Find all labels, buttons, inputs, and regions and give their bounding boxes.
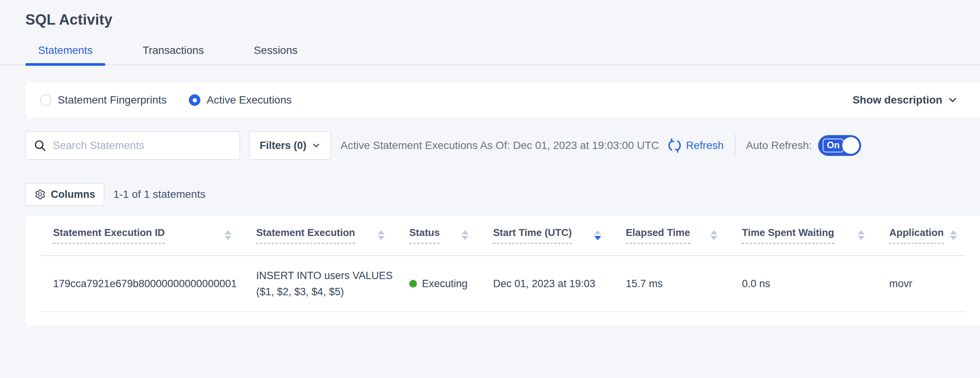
statements-table: Statement Execution ID Statement Executi…: [25, 215, 980, 326]
filters-button[interactable]: Filters (0): [249, 131, 331, 160]
sort-icon[interactable]: [225, 230, 232, 240]
result-count: 1-1 of 1 statements: [113, 188, 206, 201]
column-header-label: Time Spent Waiting: [742, 227, 834, 244]
toggle-state-label: On: [823, 139, 844, 152]
search-box: [25, 131, 240, 160]
show-description-toggle[interactable]: Show description: [853, 94, 958, 106]
view-mode-card: Statement Fingerprints Active Executions…: [25, 82, 980, 118]
sort-icon[interactable]: [950, 230, 957, 240]
view-mode-radio-group: Statement Fingerprints Active Executions: [40, 94, 314, 106]
column-header-elapsed-time[interactable]: Elapsed Time: [626, 227, 742, 244]
status-dot-icon: [409, 280, 417, 288]
radio-active-executions[interactable]: Active Executions: [189, 94, 292, 106]
column-header-label: Start Time (UTC): [493, 227, 572, 244]
sort-icon-active-desc[interactable]: [594, 230, 601, 240]
sql-text-line2: ($1, $2, $3, $4, $5): [256, 284, 398, 300]
cell-status: Executing: [409, 278, 493, 290]
column-header-status[interactable]: Status: [409, 227, 493, 244]
column-header-label: Statement Execution: [256, 227, 355, 244]
table-row[interactable]: 179cca7921e679b80000000000000001 INSERT …: [41, 256, 965, 312]
search-input[interactable]: [53, 139, 232, 152]
cell-elapsed-time: 15.7 ms: [626, 278, 742, 290]
sort-icon[interactable]: [378, 230, 385, 240]
table-header-row: Statement Execution ID Statement Executi…: [41, 215, 965, 256]
toggle-knob-icon: [842, 137, 859, 154]
refresh-button[interactable]: Refresh: [667, 138, 724, 153]
gear-icon: [34, 189, 46, 200]
table-controls: Columns 1-1 of 1 statements: [25, 183, 980, 206]
radio-label: Active Executions: [207, 94, 292, 106]
sql-activity-page: SQL Activity Statements Transactions Ses…: [0, 0, 980, 326]
auto-refresh-label: Auto Refresh:: [746, 139, 812, 152]
toolbar: Filters (0) Active Statement Executions …: [25, 131, 980, 160]
cell-execution-id[interactable]: 179cca7921e679b80000000000000001: [41, 278, 256, 290]
column-header-label: Status: [409, 227, 440, 244]
refresh-icon: [667, 138, 682, 153]
chevron-down-icon: [948, 95, 958, 105]
tab-sessions[interactable]: Sessions: [241, 44, 310, 64]
cell-statement-execution[interactable]: INSERT INTO users VALUES ($1, $2, $3, $4…: [256, 268, 409, 300]
column-header-label: Application: [889, 227, 944, 244]
columns-label: Columns: [51, 189, 95, 201]
column-header-label: Elapsed Time: [626, 227, 690, 244]
show-description-label: Show description: [853, 94, 942, 106]
as-of-timestamp: Active Statement Executions As Of: Dec 0…: [341, 139, 659, 152]
cell-time-spent-waiting: 0.0 ns: [742, 278, 889, 290]
tab-bar: Statements Transactions Sessions: [0, 44, 980, 65]
filters-label: Filters (0): [260, 140, 307, 152]
columns-button[interactable]: Columns: [25, 183, 104, 206]
sql-text-line1: INSERT INTO users VALUES: [256, 268, 398, 284]
chevron-down-icon: [312, 141, 320, 150]
column-header-application[interactable]: Application: [889, 227, 965, 244]
radio-selected-icon: [189, 94, 200, 106]
toolbar-divider: [735, 134, 735, 157]
radio-unselected-icon: [40, 94, 52, 106]
radio-label: Statement Fingerprints: [58, 94, 167, 106]
status-text: Executing: [422, 278, 468, 290]
column-header-time-spent-waiting[interactable]: Time Spent Waiting: [742, 227, 889, 244]
search-icon: [33, 139, 47, 152]
cell-application: movr: [889, 278, 965, 290]
tab-transactions[interactable]: Transactions: [130, 44, 217, 64]
sort-icon[interactable]: [710, 230, 717, 240]
sort-icon[interactable]: [462, 230, 468, 240]
column-header-start-time[interactable]: Start Time (UTC): [493, 227, 626, 244]
sort-icon[interactable]: [858, 230, 865, 240]
column-header-label: Statement Execution ID: [53, 227, 165, 244]
column-header-statement-execution[interactable]: Statement Execution: [256, 227, 409, 244]
radio-statement-fingerprints[interactable]: Statement Fingerprints: [40, 94, 167, 106]
column-header-statement-execution-id[interactable]: Statement Execution ID: [41, 227, 256, 244]
tab-statements[interactable]: Statements: [25, 44, 105, 64]
refresh-label: Refresh: [686, 139, 724, 152]
page-title: SQL Activity: [25, 12, 980, 28]
auto-refresh-toggle[interactable]: On: [818, 135, 861, 156]
cell-start-time: Dec 01, 2023 at 19:03: [493, 278, 626, 290]
